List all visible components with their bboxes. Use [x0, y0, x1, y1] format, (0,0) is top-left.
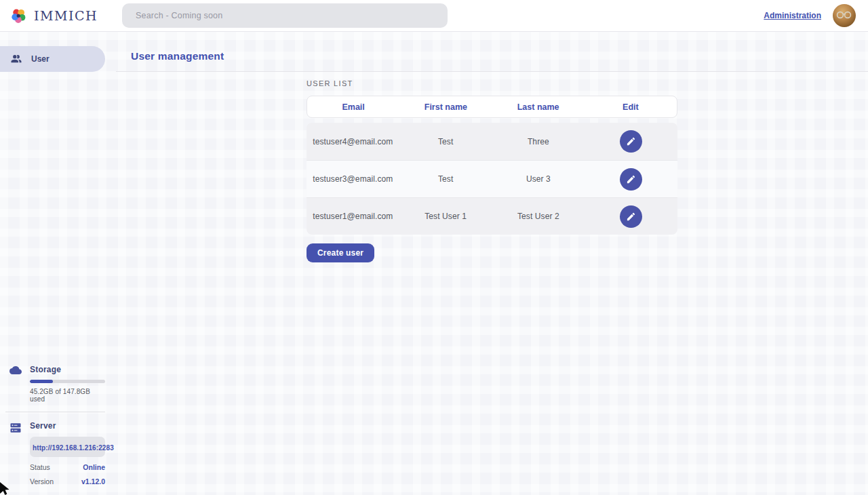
- user-avatar[interactable]: [833, 4, 856, 27]
- server-version-row: Version v1.12.0: [30, 477, 105, 486]
- edit-user-button[interactable]: [620, 130, 642, 153]
- sidebar-item-user[interactable]: User: [0, 46, 105, 72]
- table-row: testuser1@email.com Test User 1 Test Use…: [307, 197, 677, 235]
- cell-last-name: Test User 2: [492, 212, 585, 221]
- version-label: Version: [30, 477, 54, 486]
- server-status-row: Status Online: [30, 463, 105, 471]
- create-user-button[interactable]: Create user: [307, 243, 374, 262]
- app-header: IMMICH Search - Coming soon Administrati…: [0, 0, 868, 32]
- server-icon: [9, 421, 22, 486]
- page-title: User management: [131, 50, 224, 62]
- mouse-cursor: [0, 482, 13, 495]
- users-icon: [10, 53, 22, 65]
- content-column: USER LIST Email First name Last name Edi…: [307, 72, 677, 262]
- cell-edit: [585, 168, 677, 191]
- table-row: testuser3@email.com Test User 3: [307, 160, 677, 197]
- column-header-first-name: First name: [399, 102, 492, 112]
- storage-usage-text: 45.2GB of 147.8GB used: [30, 388, 105, 403]
- status-value: Online: [83, 463, 105, 471]
- sidebar-item-label: User: [31, 54, 50, 64]
- app-body: User Storage 45.2GB of 147.8GB used: [0, 32, 868, 495]
- column-header-edit: Edit: [585, 102, 677, 112]
- cell-email: testuser3@email.com: [307, 174, 399, 184]
- cell-first-name: Test: [399, 137, 492, 146]
- table-header: Email First name Last name Edit: [307, 96, 677, 118]
- server-url-pill: http://192.168.1.216:2283: [30, 437, 105, 457]
- immich-flower-icon: [9, 7, 28, 25]
- edit-user-button[interactable]: [620, 205, 642, 228]
- cell-last-name: User 3: [492, 174, 585, 184]
- sidebar: User Storage 45.2GB of 147.8GB used: [0, 32, 116, 495]
- table-row: testuser4@email.com Test Three: [307, 123, 677, 160]
- storage-progress-fill: [30, 380, 53, 383]
- app-name: IMMICH: [34, 8, 98, 23]
- storage-progress-bar: [30, 380, 105, 383]
- cell-edit: [585, 130, 677, 153]
- storage-section: Storage 45.2GB of 147.8GB used: [9, 365, 105, 403]
- search-input[interactable]: Search - Coming soon: [122, 3, 448, 28]
- edit-user-button[interactable]: [620, 168, 642, 191]
- pencil-icon: [626, 136, 636, 146]
- column-header-email: Email: [307, 102, 399, 112]
- storage-title: Storage: [30, 365, 105, 374]
- header-right: Administration: [764, 4, 856, 27]
- glasses-icon: [835, 11, 853, 19]
- search-placeholder: Search - Coming soon: [136, 11, 222, 20]
- column-header-last-name: Last name: [492, 102, 585, 112]
- server-title: Server: [30, 421, 105, 431]
- cell-edit: [585, 205, 677, 228]
- main-area: User management USER LIST Email First na…: [116, 32, 868, 495]
- cell-last-name: Three: [492, 137, 585, 146]
- server-url: http://192.168.1.216:2283: [33, 444, 114, 452]
- cell-email: testuser1@email.com: [307, 212, 399, 221]
- pencil-icon: [626, 212, 636, 222]
- cell-first-name: Test User 1: [399, 212, 492, 221]
- sidebar-divider: [5, 412, 105, 412]
- app-logo: IMMICH: [9, 7, 122, 25]
- user-table: Email First name Last name Edit testuser…: [307, 96, 677, 235]
- main-header: User management: [116, 32, 868, 72]
- administration-link[interactable]: Administration: [764, 11, 821, 20]
- status-label: Status: [30, 463, 50, 471]
- cell-first-name: Test: [399, 174, 492, 184]
- cloud-icon: [9, 365, 22, 403]
- section-title: USER LIST: [307, 79, 677, 87]
- sidebar-status-panel: Storage 45.2GB of 147.8GB used: [0, 365, 116, 495]
- pencil-icon: [626, 174, 636, 184]
- table-body: testuser4@email.com Test Three testuser3…: [307, 123, 677, 235]
- server-section: Server http://192.168.1.216:2283 Status …: [9, 421, 105, 486]
- cell-email: testuser4@email.com: [307, 137, 399, 146]
- version-value: v1.12.0: [81, 477, 105, 486]
